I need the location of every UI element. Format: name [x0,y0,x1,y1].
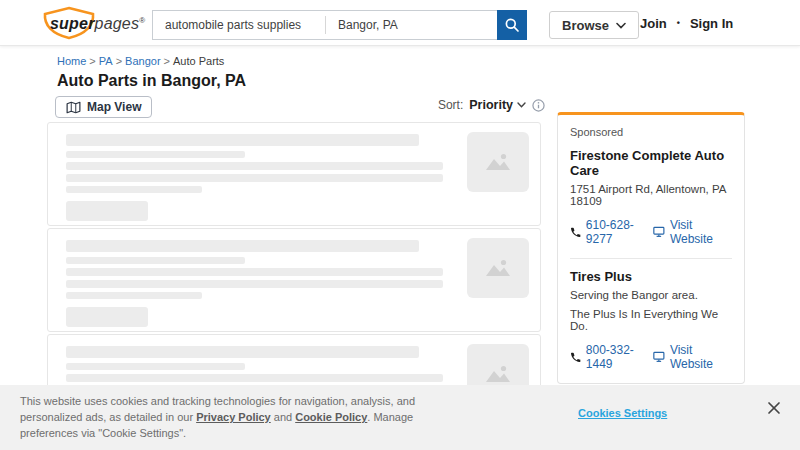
skeleton-bar [66,363,245,370]
breadcrumb-separator: > [116,55,122,67]
result-card-loading[interactable] [47,122,541,226]
superpages-logo[interactable]: superpages® [46,9,150,37]
map-view-label: Map View [87,100,141,114]
business-name[interactable]: Tires Plus [570,269,732,284]
location-input[interactable] [326,11,497,39]
listing-actions: 610-628-9277 Visit Website [570,218,732,246]
photo-icon [483,256,513,280]
visit-website-label: Visit Website [670,218,732,246]
listing-divider [570,258,732,259]
sponsored-card: Sponsored Firestone Complete Auto Care 1… [557,112,745,384]
skeleton-bar [66,151,245,158]
sponsored-listing: Tires Plus Serving the Bangor area. The … [570,269,732,371]
page-title: Auto Parts in Bangor, PA [57,72,246,90]
visit-website-link[interactable]: Visit Website [653,218,732,246]
sort-label: Sort: [438,98,463,112]
breadcrumb-separator: > [89,55,95,67]
image-placeholder [467,238,529,298]
breadcrumb-separator: > [164,55,170,67]
photo-icon [483,150,513,174]
phone-number: 800-332-1449 [586,343,653,371]
cookies-settings-link[interactable]: Cookies Settings [578,407,667,419]
skeleton-bar [66,134,419,146]
cookie-consent-banner: This website uses cookies and tracking t… [0,385,800,450]
sponsored-label: Sponsored [570,126,732,138]
logo-text: superpages® [50,15,145,33]
skeleton-bar [66,374,443,382]
map-view-button[interactable]: Map View [55,96,152,118]
info-icon[interactable] [532,99,545,112]
auth-separator: • [677,18,680,28]
sort-value: Priority [469,98,513,112]
phone-icon [570,351,581,363]
search-input[interactable] [153,11,325,39]
search-bar [152,10,497,40]
skeleton-bar [66,280,443,288]
photo-icon [483,362,513,386]
sort-dropdown[interactable]: Priority [469,98,526,112]
skeleton-bar [66,186,202,193]
skeleton-bar [66,174,443,182]
skeleton-button [66,307,148,327]
breadcrumb-pa[interactable]: PA [99,55,113,67]
skeleton-bar [66,268,443,276]
business-slogan: The Plus Is In Everything We Do. [570,308,732,332]
skeleton-bar [66,240,419,252]
map-icon [66,101,81,114]
join-link[interactable]: Join [640,16,667,31]
breadcrumb-home[interactable]: Home [57,55,86,67]
skeleton-bar [66,162,443,170]
search-icon [504,17,520,33]
sort-control: Sort: Priority [438,98,545,112]
browse-button[interactable]: Browse [549,11,639,39]
business-name[interactable]: Firestone Complete Auto Care [570,148,732,178]
signin-link[interactable]: Sign In [690,16,733,31]
search-button[interactable] [497,10,527,40]
phone-icon [570,226,581,238]
skeleton-bar [66,292,202,299]
cookie-message: This website uses cookies and tracking t… [20,394,460,450]
business-description: Serving the Bangor area. [570,289,732,301]
listing-actions: 800-332-1449 Visit Website [570,343,732,371]
website-icon [653,226,665,238]
visit-website-label: Visit Website [670,343,732,371]
skeleton-bar [66,257,245,264]
chevron-down-icon [517,102,526,108]
result-card-loading[interactable] [47,228,541,332]
business-address: 1751 Airport Rd, Allentown, PA 18109 [570,183,732,207]
breadcrumb: Home>PA>Bangor>Auto Parts [57,55,224,67]
phone-link[interactable]: 610-628-9277 [570,218,653,246]
image-placeholder [467,132,529,192]
browse-label: Browse [562,18,609,33]
cookie-line-1: This website uses cookies and tracking t… [20,394,460,442]
chevron-down-icon [616,22,626,29]
auth-links: Join • Sign In [640,0,733,46]
breadcrumb-current: Auto Parts [173,55,224,67]
phone-number: 610-628-9277 [586,218,653,246]
skeleton-button [66,201,148,221]
skeleton-bar [66,346,419,358]
website-icon [653,351,665,363]
breadcrumb-bangor[interactable]: Bangor [125,55,160,67]
sponsored-listing: Firestone Complete Auto Care 1751 Airpor… [570,148,732,246]
phone-link[interactable]: 800-332-1449 [570,343,653,371]
visit-website-link[interactable]: Visit Website [653,343,732,371]
results-toolbar: Map View Sort: Priority [48,96,545,118]
cookie-policy-link[interactable]: Cookie Policy [295,411,367,423]
top-header: superpages® Browse Join • Sign In [0,0,800,46]
privacy-policy-link[interactable]: Privacy Policy [196,411,271,423]
close-icon[interactable] [766,400,782,416]
